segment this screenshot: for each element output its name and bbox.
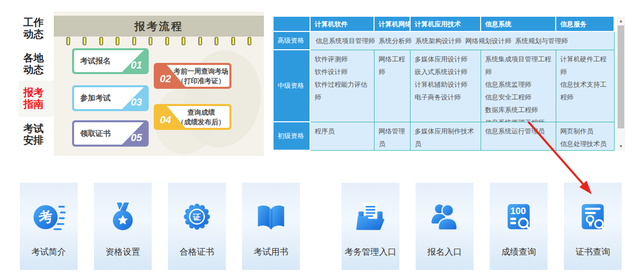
flow-step-label: 查询成绩 [187,108,215,117]
qualification-table: 计算机软件 计算机网络 计算机应用技术 信息系统 信息服务 高级资格 信息系统项… [274,17,615,151]
qualification-item: 电子商务技术员 [415,150,477,151]
card-label: 考试简介 [31,246,66,258]
svg-text:证: 证 [192,213,201,221]
flow-step-label: 参加考试 [80,93,111,103]
qualification-item: 软件评测师 [315,53,370,65]
scroll-up-icon[interactable]: ▲ [617,19,625,23]
flow-step-number: 04 [160,114,171,126]
table-cell: 信息系统运行管理员 [481,122,556,151]
score-query-icon: 100 [502,200,535,233]
binder-pin-icon [215,37,218,45]
table-cell: 多媒体应用制作技术员电子商务技术员 [411,122,481,151]
flow-step-label: 考前一周查询考场 [174,66,228,76]
qualification-item: 程序员 [315,125,370,138]
flow-step-number: 02 [160,73,171,85]
registration-flow-panel: 报考流程 考试报名 01 考前一周查询考场 （打印准考证） 02 参加考试 03… [54,12,264,156]
table-cell: 系统集成项目管理工程师信息系统监理师信息安全工程师数据库系统工程师信息系统管理工… [481,50,556,122]
flow-step-number: 03 [131,96,142,108]
card-label: 成绩查询 [501,246,536,258]
flow-step-label: 领取证书 [80,129,111,139]
column-header: 计算机网络 [375,17,411,32]
card-label: 合格证书 [180,246,214,258]
binder-pin-icon [83,37,86,45]
qualification-item: 软件过程能力评估师 [315,78,370,104]
qualification-item: 嵌入式系统设计师 [415,65,477,78]
sidebar-item-exam-guide[interactable]: 报考指南 [23,87,47,110]
binder-pin-icon [198,37,202,45]
table-cell: 程序员 [311,122,375,151]
card-label: 证书查询 [575,246,610,258]
table-cell: 多媒体应用设计师嵌入式系统设计师计算机辅助设计师电子商务设计师 [411,50,481,122]
binder-pin-icon [99,37,103,45]
table-cell: 软件评测师软件设计师软件过程能力评估师 [311,50,375,122]
svg-text:100: 100 [510,205,526,216]
card-exam-intro[interactable]: 考 考试简介 [20,183,78,270]
card-certificate-info[interactable]: 证 合格证书 [168,183,226,270]
flow-step-04-check-score: 查询成绩 （成绩发布后） 04 [154,104,231,130]
table-cell: 网页制作员信息处理技术员 [556,122,615,151]
flow-step-05-get-certificate: 领取证书 05 [72,120,149,147]
column-header: 信息系统 [481,17,556,32]
certificate-query-icon [576,200,609,233]
qualification-item: 网络管理员 [379,125,406,150]
binder-pin-icon [231,37,235,45]
flow-step-01-register: 考试报名 01 [72,48,149,74]
card-score-query[interactable]: 100 成绩查询 [490,183,548,270]
senior-qualifications-cell: 信息系统项目管理师 系统分析师 系统架构设计师 网络规划设计师 系统规划与管理师 [311,32,615,50]
qualification-item: 网络工程师 [379,53,406,78]
qualification-item: 电子商务设计师 [415,91,477,104]
row-level-cell: 高级资格 [274,32,311,50]
binder-pins [66,37,251,46]
table-cell: 网络工程师 [375,50,411,122]
binder-pin-icon [66,37,70,45]
svg-text:考: 考 [37,208,54,226]
column-header: 计算机软件 [311,17,375,32]
flow-step-label: 考试报名 [80,56,111,66]
card-certificate-query[interactable]: 证书查询 [564,183,622,270]
card-label: 资格设置 [106,246,140,258]
sidebar-item-local-news[interactable]: 各地动态 [23,52,47,76]
binder-pin-icon [149,37,152,45]
qualification-item: 计算机辅助设计师 [415,78,477,91]
binder-pin-icon [116,37,119,45]
exam-intro-icon: 考 [32,200,65,233]
binder-pin-icon [165,37,169,45]
flow-step-03-take-exam: 参加考试 03 [72,85,149,111]
qualification-item: 信息系统管理工程师 [485,116,552,122]
flow-title: 报考流程 [54,16,264,37]
card-label: 考试用书 [254,246,288,258]
table-row-senior: 高级资格 信息系统项目管理师 系统分析师 系统架构设计师 网络规划设计师 系统规… [274,32,615,50]
binder-pin-icon [132,37,136,45]
qualification-item: 网页制作员 [560,125,610,138]
table-row-junior: 初级资格 程序员 网络管理员 多媒体应用制作技术员电子商务技术员 信息系统运行管… [274,122,615,151]
qualification-item: 数据库系统工程师 [485,104,552,116]
binder-pin-icon [182,37,185,45]
table-scrollbar[interactable]: ▲ ▼ [617,17,625,151]
certificate-seal-icon: 证 [180,200,214,233]
card-exam-admin-portal[interactable]: 考务管理入口 [342,183,399,270]
card-exam-books[interactable]: 考试用书 [242,183,300,270]
qualification-item: 计算机硬件工程师 [560,53,610,78]
binder-pin-icon [248,37,251,45]
scrollbar-thumb[interactable] [618,25,624,128]
table-corner-cell [274,17,311,32]
qualification-item: 多媒体应用制作技术员 [415,125,477,150]
table-cell: 计算机硬件工程师信息技术支持工程师 [556,50,615,122]
sidebar-item-exam-schedule[interactable]: 考试安排 [23,123,47,146]
row-level-cell: 初级资格 [274,122,311,151]
exam-admin-folder-icon [354,200,387,233]
qualification-item: 信息技术支持工程师 [560,78,610,104]
column-header: 信息服务 [556,17,615,32]
flow-step-02-check-venue: 考前一周查询考场 （打印准考证） 02 [154,63,231,89]
scroll-down-icon[interactable]: ▼ [617,144,625,149]
qualification-item: 信息系统监理师 [485,78,552,91]
card-registration-portal[interactable]: 报名入口 [416,183,473,270]
flow-step-sublabel: （成绩发布后） [177,117,225,127]
qualification-item: 软件设计师 [315,65,370,78]
qualification-item: 信息系统运行管理员 [485,125,552,138]
table-row-intermediate: 中级资格 软件评测师软件设计师软件过程能力评估师 网络工程师 多媒体应用设计师嵌… [274,50,615,122]
qualification-item: 多媒体应用设计师 [415,53,477,65]
sidebar-item-work-news[interactable]: 工作动态 [23,17,47,40]
card-qualification-setup[interactable]: 资格设置 [94,183,152,270]
table-cell: 网络管理员 [375,122,411,151]
